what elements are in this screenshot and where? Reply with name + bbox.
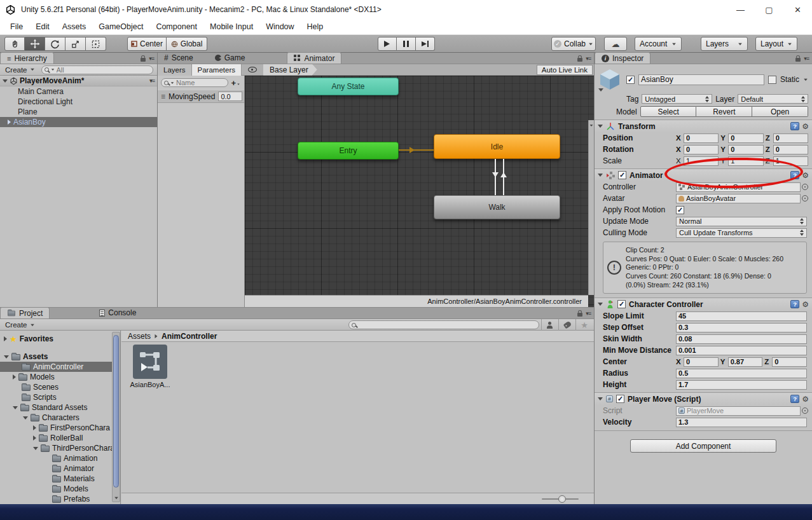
rotation-z-input[interactable] xyxy=(773,145,808,154)
tree-item-scripts[interactable]: Scripts xyxy=(0,392,120,402)
project-tree-scrollbar[interactable] xyxy=(112,332,120,502)
minimize-button[interactable]: — xyxy=(726,0,755,19)
collapse-icon[interactable] xyxy=(23,416,28,420)
tree-item-assets[interactable]: Assets xyxy=(0,352,120,362)
panel-menu-icon[interactable]: ▾≡ xyxy=(586,310,591,317)
foldout-icon[interactable] xyxy=(598,125,603,128)
subtab-parameters[interactable]: Parameters xyxy=(192,64,242,76)
menu-file[interactable]: File xyxy=(4,22,29,31)
script-object-field[interactable]: #PlayerMove xyxy=(676,406,801,416)
hierarchy-scene-row[interactable]: PlayerMoveAnim* ▾≡ xyxy=(0,76,157,86)
slider-knob[interactable] xyxy=(558,495,566,503)
transition-entry-idle[interactable] xyxy=(399,149,434,151)
position-x-input[interactable] xyxy=(684,133,719,143)
rect-tool-button[interactable] xyxy=(86,37,106,51)
tree-item-prefabs[interactable]: Prefabs xyxy=(0,494,120,504)
expand-icon[interactable] xyxy=(33,435,36,441)
scene-menu-icon[interactable]: ▾≡ xyxy=(149,78,155,84)
collab-button[interactable]: ✓Collab xyxy=(551,37,596,51)
foldout-icon[interactable] xyxy=(598,174,603,177)
tree-item-characters[interactable]: Characters xyxy=(0,413,120,423)
expand-icon[interactable] xyxy=(13,374,16,380)
asset-tile-animcontroller[interactable]: AsianBoyA... xyxy=(129,345,171,388)
menu-mobile-input[interactable]: Mobile Input xyxy=(203,22,259,31)
hierarchy-create-button[interactable]: Create xyxy=(2,65,38,75)
tab-inspector[interactable]: iInspector xyxy=(595,52,650,64)
menu-window[interactable]: Window xyxy=(259,22,300,31)
move-tool-button[interactable] xyxy=(25,37,45,51)
menu-assets[interactable]: Assets xyxy=(56,22,93,31)
parameter-row[interactable]: ≡ MovingSpeed xyxy=(158,90,244,103)
player-move-header[interactable]: # ✓ Player Move (Script) ?⚙ xyxy=(595,392,812,405)
tree-item-models2[interactable]: Models xyxy=(0,484,120,494)
model-select-button[interactable]: Select xyxy=(640,106,697,117)
play-button[interactable] xyxy=(378,37,397,51)
lock-icon[interactable] xyxy=(577,313,582,317)
character-controller-enabled-checkbox[interactable]: ✓ xyxy=(617,300,626,308)
character-controller-header[interactable]: ✓ Character Controller ?⚙ xyxy=(595,298,812,310)
lock-icon[interactable] xyxy=(795,58,801,62)
hierarchy-search-input[interactable] xyxy=(57,66,150,74)
object-picker-icon[interactable] xyxy=(802,195,808,202)
active-checkbox[interactable]: ✓ xyxy=(626,76,635,84)
center-y-input[interactable] xyxy=(728,357,763,367)
velocity-input[interactable] xyxy=(676,418,807,427)
tag-dropdown[interactable]: Untagged xyxy=(642,94,712,104)
parameter-value-input[interactable] xyxy=(218,92,242,101)
scrollbar-thumb[interactable] xyxy=(113,335,119,488)
collapse-icon[interactable] xyxy=(33,447,38,450)
step-offset-input[interactable] xyxy=(676,323,807,332)
hand-tool-button[interactable] xyxy=(4,37,25,51)
hierarchy-item-plane[interactable]: Plane xyxy=(0,107,157,117)
thumbnail-dropdown-icon[interactable] xyxy=(598,88,603,92)
maximize-button[interactable]: ▢ xyxy=(755,0,783,19)
lock-icon[interactable] xyxy=(141,58,146,62)
tab-project[interactable]: Project xyxy=(0,307,50,318)
min-move-distance-input[interactable] xyxy=(676,346,807,355)
tree-item-materials[interactable]: Materials xyxy=(0,474,120,484)
graph-vertical-scrollbar[interactable] xyxy=(588,120,594,295)
step-button[interactable] xyxy=(416,37,435,51)
transform-header[interactable]: Transform ?⚙ xyxy=(595,120,812,132)
apply-root-motion-checkbox[interactable]: ✓ xyxy=(676,206,684,214)
tree-item-firstpersonchara[interactable]: FirstPersonChara xyxy=(0,423,120,433)
scroll-down-icon[interactable] xyxy=(114,497,118,500)
auto-live-link-button[interactable]: Auto Live Link xyxy=(537,65,593,75)
search-by-label-button[interactable] xyxy=(558,319,575,331)
tab-console[interactable]: Console xyxy=(93,307,142,318)
animator-enabled-checkbox[interactable]: ✓ xyxy=(618,171,626,179)
add-component-button[interactable]: Add Component xyxy=(630,439,776,453)
tree-item-thirdpersonchara[interactable]: ThirdPersonChara xyxy=(0,443,120,453)
orientation-toggle-button[interactable]: Global xyxy=(167,37,207,51)
static-checkbox[interactable] xyxy=(768,76,776,84)
thumbnail-zoom-slider[interactable] xyxy=(542,498,579,500)
rotate-tool-button[interactable] xyxy=(45,37,65,51)
gear-icon[interactable]: ⚙ xyxy=(802,395,809,403)
center-x-input[interactable] xyxy=(684,357,719,367)
layout-dropdown[interactable]: Layout xyxy=(755,37,797,51)
hierarchy-item-asianboy[interactable]: AsianBoy xyxy=(0,117,157,127)
cloud-button[interactable]: ☁ xyxy=(604,37,627,51)
layers-dropdown[interactable]: Layers xyxy=(701,37,748,51)
close-button[interactable]: ✕ xyxy=(783,0,812,19)
radius-input[interactable] xyxy=(676,369,807,378)
help-icon[interactable]: ? xyxy=(790,300,799,308)
hierarchy-item-main-camera[interactable]: Main Camera xyxy=(0,86,157,97)
breadcrumb-base-layer[interactable]: Base Layer xyxy=(263,64,317,76)
drag-handle-icon[interactable]: ≡ xyxy=(161,92,165,101)
tree-item-animcontroller[interactable]: AnimController xyxy=(0,362,120,372)
panel-menu-icon[interactable]: ▾≡ xyxy=(149,55,154,62)
help-icon[interactable]: ? xyxy=(790,122,799,130)
skin-width-input[interactable] xyxy=(676,334,807,344)
animator-graph[interactable]: Any State Entry Idle Walk AnimController… xyxy=(245,76,594,307)
tree-item-scenes[interactable]: Scenes xyxy=(0,382,120,392)
menu-component[interactable]: Component xyxy=(149,22,203,31)
hierarchy-item-directional-light[interactable]: Directional Light xyxy=(0,97,157,107)
gameobject-name-input[interactable] xyxy=(638,74,764,85)
layer-dropdown[interactable]: Default xyxy=(738,94,808,104)
hierarchy-search-field[interactable] xyxy=(41,65,153,74)
collapse-icon[interactable] xyxy=(13,406,18,409)
expand-icon[interactable] xyxy=(8,120,11,125)
player-move-enabled-checkbox[interactable]: ✓ xyxy=(616,395,624,403)
menu-edit[interactable]: Edit xyxy=(29,22,56,31)
